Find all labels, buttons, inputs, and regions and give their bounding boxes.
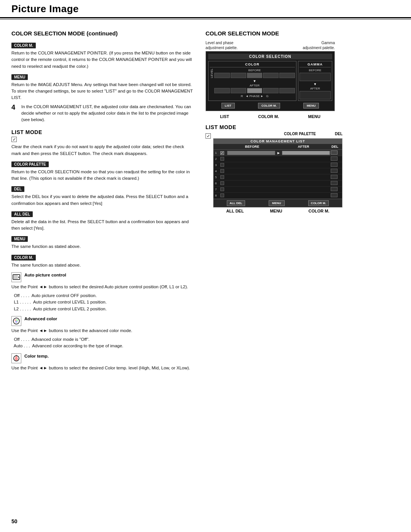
level-label: LEVEL xyxy=(210,69,213,78)
color-m2-text: The same function as stated above. xyxy=(11,262,194,268)
main-content: COLOR SELECTION MODE (continued) COLOR M… xyxy=(0,23,411,381)
cml-menu-btn[interactable]: MENU xyxy=(269,200,285,206)
row-before-4 xyxy=(227,169,275,173)
row-del-6 xyxy=(331,181,341,186)
advanced-color-label: Advanced color xyxy=(24,316,57,321)
cml-diagram: COLOR MANAGEMENT LIST BEFORE AFTER DEL 1 xyxy=(213,138,342,208)
cml-hdr-before: BEFORE xyxy=(226,145,278,149)
row-after-1 xyxy=(282,151,330,155)
section1-title-right: COLOR SELECTION MODE xyxy=(206,30,400,37)
row-num-4: 4 xyxy=(215,169,220,173)
auto-picture-items: Off . . . . Auto picture control OFF pos… xyxy=(11,292,194,312)
cml-btn-label-alldel: ALL DEL xyxy=(226,209,244,213)
cs-diagram: COLOR SELECTION COLOR LEVEL BEFORE xyxy=(206,51,335,111)
color-temp-text: Use the Point ◄► buttons to select the d… xyxy=(11,365,194,371)
svg-point-6 xyxy=(15,321,18,323)
before-label-left: BEFORE xyxy=(249,69,261,72)
cml-title-bar: COLOR MANAGEMENT LIST xyxy=(213,139,342,144)
auto-picture-text: Use the Point ◄► buttons to select the d… xyxy=(11,284,194,290)
cs-colorm-btn[interactable]: COLOR M. xyxy=(258,103,280,109)
row-del-2 xyxy=(331,157,341,161)
row-after-2 xyxy=(282,157,330,161)
svg-marker-2 xyxy=(18,276,19,278)
del-badge: DEL xyxy=(11,186,24,192)
row-before-7 xyxy=(227,187,275,192)
menu-text: Return to the IMAGE ADJUST Menu. Any set… xyxy=(11,81,194,101)
advanced-color-items: Off . . . . Advanced color mode is "Off"… xyxy=(11,336,194,350)
left-column: COLOR SELECTION MODE (continued) COLOR M… xyxy=(11,30,194,374)
row-del-8 xyxy=(331,193,341,198)
row-before-1 xyxy=(227,151,275,155)
color-m-badge: COLOR M. xyxy=(11,43,36,48)
color-m2-badge: COLOR M. xyxy=(11,255,36,260)
row-del-5 xyxy=(331,175,341,180)
row-del-4 xyxy=(331,169,341,174)
row-after-4 xyxy=(282,169,330,173)
list-mode-title-right: LIST MODE xyxy=(206,124,400,130)
del-text: Select the DEL box if you want to delete… xyxy=(11,193,194,207)
cml-hdr-empty xyxy=(215,145,226,149)
page-header: Picture Image xyxy=(0,0,411,18)
check-mark-icon: ✓ xyxy=(11,137,17,142)
row-after-6 xyxy=(282,181,330,185)
list-mode-title-left: LIST MODE xyxy=(11,129,194,135)
row-num-8: 8 xyxy=(215,194,220,197)
row-check-3 xyxy=(220,163,226,168)
row-del-7 xyxy=(331,187,341,192)
row-after-3 xyxy=(282,163,330,167)
row-check-5 xyxy=(220,175,226,180)
row-check-4 xyxy=(220,169,226,174)
row-check-2 xyxy=(220,157,226,161)
cml-btn-label-menu: MENU xyxy=(270,209,282,213)
row-check-1: ✓ xyxy=(220,151,226,155)
color-temp-label: Color temp. xyxy=(24,353,49,359)
check-text: Clear the check mark if you do not want … xyxy=(11,144,194,157)
after-label-right: AFTER xyxy=(310,87,320,90)
row-before-8 xyxy=(227,193,275,198)
btn-label-list: LIST xyxy=(220,114,229,119)
advanced-color-icon xyxy=(11,316,21,326)
ann-level-phase: Level and phaseadjustment palette. xyxy=(206,40,238,50)
auto-picture-item: Auto picture control xyxy=(11,272,194,282)
row-num-1: 1 xyxy=(215,151,220,155)
before-label-right: BEFORE xyxy=(309,69,322,72)
cs-diagram-title: COLOR SELECTION xyxy=(208,54,332,59)
row-num-6: 6 xyxy=(215,182,220,185)
color-label: COLOR xyxy=(210,62,295,67)
all-del-badge: ALL DEL xyxy=(11,211,33,217)
menu2-badge: MENU xyxy=(11,236,28,242)
cml-hdr-after: AFTER xyxy=(278,145,329,149)
row-del-3 xyxy=(331,163,341,168)
color-temp-item: Color temp. xyxy=(11,353,194,363)
row-before-2 xyxy=(227,157,275,161)
row-num-5: 5 xyxy=(215,176,220,179)
menu2-text: The same function as stated above. xyxy=(11,243,194,250)
cs-list-btn[interactable]: LIST xyxy=(221,103,235,109)
color-m-text: Return to the COLOR MANAGEMENT POINTER. … xyxy=(11,50,194,70)
step4: 4 In the COLOR MANAGEMENT LIST, the adju… xyxy=(11,104,194,126)
btn-label-menu: MENU xyxy=(308,114,320,119)
advanced-color-text: Use the Point ◄► buttons to select the a… xyxy=(11,328,194,334)
cs-menu-btn[interactable]: MENU xyxy=(303,103,319,109)
step-number: 4 xyxy=(11,104,18,126)
cml-all-del-btn[interactable]: ALL DEL xyxy=(227,200,245,206)
cml-hdr-del: DEL xyxy=(329,145,341,149)
cml-colorm-btn[interactable]: COLOR M. xyxy=(308,200,329,206)
row-after-8 xyxy=(282,193,330,198)
color-palette-text: Return to the COLOR SELECTION mode so th… xyxy=(11,169,194,182)
row-num-2: 2 xyxy=(215,157,220,161)
after-label-left: AFTER xyxy=(250,84,260,87)
phase-label: R ◄ PHASE ► G xyxy=(214,94,295,98)
cml-btn-label-colorm: COLOR M. xyxy=(309,209,330,213)
row-after-7 xyxy=(282,187,330,192)
svg-rect-1 xyxy=(14,275,18,279)
ann-gamma: Gammaadjustment palette. xyxy=(303,40,335,50)
ann-del: DEL xyxy=(335,132,342,136)
right-column: COLOR SELECTION MODE Level and phaseadju… xyxy=(206,30,400,374)
row-before-5 xyxy=(227,175,275,179)
row-check-8 xyxy=(220,193,226,198)
step4-text: In the COLOR MANAGEMENT LIST, the adjust… xyxy=(21,104,194,123)
list-check-icon: ✓ xyxy=(206,133,211,139)
ann-color-palette: COLOR PALETTE xyxy=(284,132,316,136)
auto-picture-label: Auto picture control xyxy=(24,272,66,278)
